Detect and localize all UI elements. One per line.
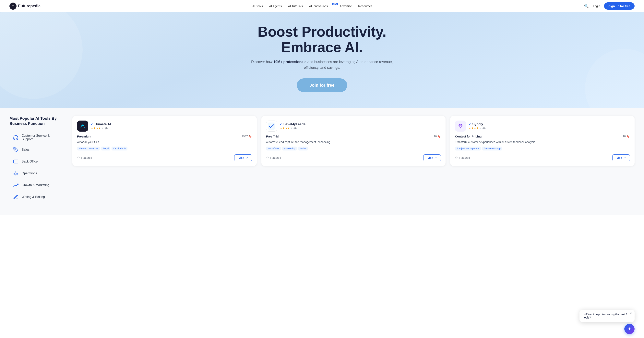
nav-resources[interactable]: Resources: [358, 4, 372, 8]
tag-icon: [12, 146, 19, 153]
card-header: ✔ Syncly ★★★★★ (0): [455, 120, 630, 132]
card-desc: Transform customer experiences with AI-d…: [455, 140, 630, 144]
new-badge: NEW: [332, 3, 338, 5]
featured-button[interactable]: ☆ Featured: [455, 156, 470, 159]
hero-section: Boost Productivity. Embrace AI. Discover…: [0, 12, 644, 108]
logo-text: Futurepedia: [18, 4, 40, 8]
card-tags: #workflows #marketing #sales: [266, 146, 441, 150]
sidebar-title: Most Popular AI Tools By Business Functi…: [10, 116, 64, 126]
search-button[interactable]: 🔍: [584, 4, 589, 9]
star-outline-icon: ☆: [455, 156, 458, 159]
card-footer: ☆ Featured Visit ↗: [455, 154, 630, 161]
verified-icon: ✔: [469, 123, 471, 126]
login-link[interactable]: Login: [593, 4, 600, 8]
card-pricing: Contact for Pricing: [455, 135, 482, 138]
grid-icon: [12, 170, 19, 177]
svg-point-0: [14, 148, 16, 149]
nav-advertise[interactable]: Advertise: [340, 4, 352, 8]
featured-button[interactable]: ☆ Featured: [266, 156, 281, 159]
sidebar-item-back-office[interactable]: Back Office: [10, 156, 64, 167]
featured-button[interactable]: ☆ Featured: [77, 156, 92, 159]
card-tag[interactable]: #human resources: [77, 146, 100, 150]
join-free-button[interactable]: Join for free: [297, 78, 347, 92]
verified-icon: ✔: [91, 123, 93, 126]
nav-ai-tutorials[interactable]: AI Tutorials: [288, 4, 303, 8]
sidebar: Most Popular AI Tools By Business Functi…: [10, 116, 64, 203]
sidebar-item-label: Growth & Marketing: [22, 183, 49, 187]
card-header: ✔ Humata AI ★★★★★ (8): [77, 120, 252, 132]
nav-ai-innovations[interactable]: AI Innovations NEW: [309, 4, 333, 8]
card-pricing: Free Trial: [266, 135, 279, 138]
nav-ai-tools[interactable]: AI Tools: [252, 4, 263, 8]
sidebar-item-label: Operations: [22, 172, 37, 175]
star-rating: ★★★★★: [91, 127, 104, 130]
sidebar-item-label: Customer Service & Support: [22, 134, 61, 141]
card-logo-savemyleads: [266, 120, 277, 132]
card-humata-ai: ✔ Humata AI ★★★★★ (8) Freemium 29: [72, 116, 257, 166]
svg-rect-13: [457, 122, 464, 130]
card-tag[interactable]: #ai chatbots: [112, 146, 128, 150]
card-count: 2937 🔖: [242, 135, 252, 138]
cards-row: ✔ Humata AI ★★★★★ (8) Freemium 29: [72, 116, 634, 166]
card-tag[interactable]: #legal: [101, 146, 110, 150]
hero-title: Boost Productivity. Embrace AI.: [234, 24, 410, 55]
hero-subtitle: Discover how 10M+ professionals and busi…: [251, 59, 393, 71]
card-meta: Free Trial 10 🔖: [266, 135, 441, 138]
card-tags: #project management #customer supp: [455, 146, 630, 150]
bookmark-icon: 🔖: [438, 135, 441, 138]
card-syncly: ✔ Syncly ★★★★★ (0) Contact for Pricing: [450, 116, 634, 166]
card-tag[interactable]: #project management: [455, 146, 481, 150]
external-link-icon: ↗: [434, 156, 437, 159]
card-tags: #human resources #legal #ai chatbots: [77, 146, 252, 150]
bookmark-icon: 🔖: [626, 135, 630, 138]
nav-right: 🔍 Login Sign up for free: [584, 2, 634, 10]
card-title-area: ✔ Syncly ★★★★★ (0): [469, 122, 630, 130]
card-desc: AI for all your files.: [77, 140, 252, 144]
svg-rect-1: [14, 160, 18, 163]
content-grid: Most Popular AI Tools By Business Functi…: [10, 116, 634, 203]
visit-button[interactable]: Visit ↗: [234, 154, 252, 161]
nav-ai-agents[interactable]: AI Agents: [269, 4, 282, 8]
review-count: (0): [482, 127, 486, 130]
card-tag[interactable]: #workflows: [266, 146, 281, 150]
card-footer: ☆ Featured Visit ↗: [77, 154, 252, 161]
sidebar-item-growth-marketing[interactable]: Growth & Marketing: [10, 180, 64, 191]
external-link-icon: ↗: [623, 156, 626, 159]
sidebar-item-writing-editing[interactable]: Writing & Editing: [10, 192, 64, 203]
card-logo-syncly: [455, 120, 466, 132]
star-rating: ★★★★★: [469, 127, 482, 130]
star-rating: ★★★★★: [280, 127, 293, 130]
bookmark-icon: 🔖: [249, 135, 252, 138]
card-footer: ☆ Featured Visit ↗: [266, 154, 441, 161]
card-desc: Automate lead capture and management, en…: [266, 140, 441, 144]
navbar: f Futurepedia AI Tools AI Agents AI Tuto…: [0, 0, 644, 12]
card-count: 18 🔖: [622, 135, 630, 138]
visit-button[interactable]: Visit ↗: [423, 154, 441, 161]
review-count: (8): [104, 127, 108, 130]
card-tag[interactable]: #customer supp: [482, 146, 502, 150]
card-tag[interactable]: #sales: [298, 146, 308, 150]
sidebar-item-label: Writing & Editing: [22, 195, 45, 199]
sidebar-item-label: Sales: [22, 148, 30, 151]
card-header: ✔ SaveMyLeads ★★★★★ (0): [266, 120, 441, 132]
headset-icon: [12, 134, 19, 141]
sidebar-item-sales[interactable]: Sales: [10, 144, 64, 155]
star-outline-icon: ☆: [77, 156, 80, 159]
card-title-area: ✔ Humata AI ★★★★★ (8): [91, 122, 252, 130]
cards-area: ✔ Humata AI ★★★★★ (8) Freemium 29: [72, 116, 634, 203]
card-title-area: ✔ SaveMyLeads ★★★★★ (0): [280, 122, 441, 130]
signup-button[interactable]: Sign up for free: [604, 2, 634, 10]
visit-button[interactable]: Visit ↗: [612, 154, 630, 161]
sidebar-item-customer-service[interactable]: Customer Service & Support: [10, 132, 64, 143]
card-pricing: Freemium: [77, 135, 91, 138]
card-name: Syncly: [472, 122, 483, 126]
card-count: 10 🔖: [434, 135, 441, 138]
sidebar-item-operations[interactable]: Operations: [10, 168, 64, 179]
svg-rect-11: [79, 122, 86, 130]
card-tag[interactable]: #marketing: [282, 146, 297, 150]
logo-link[interactable]: f Futurepedia: [10, 3, 40, 10]
credit-card-icon: [12, 158, 19, 165]
card-savemyleads: ✔ SaveMyLeads ★★★★★ (0) Free Trial: [262, 116, 446, 166]
main-content: Most Popular AI Tools By Business Functi…: [0, 108, 644, 215]
card-meta: Contact for Pricing 18 🔖: [455, 135, 630, 138]
